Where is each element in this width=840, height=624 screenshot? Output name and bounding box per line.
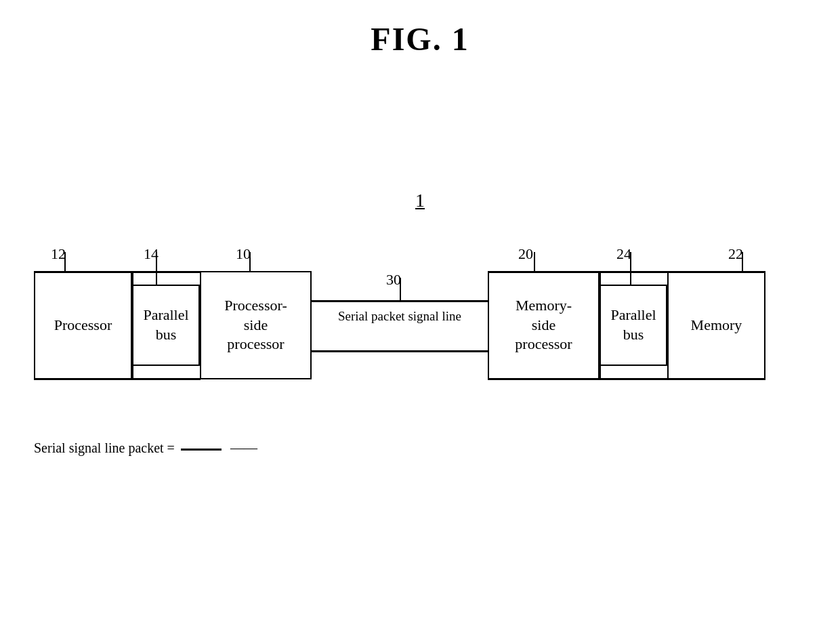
left-bottom-connector <box>131 366 133 379</box>
processor-side-block: Processor- side processor <box>200 271 312 379</box>
top-left-h-line <box>34 271 201 273</box>
ref-20: 20 <box>518 245 533 263</box>
left-top-connector <box>131 271 133 285</box>
top-right-h-line <box>488 271 765 273</box>
right-bottom-connector <box>599 366 601 379</box>
page-title: FIG. 1 <box>0 0 840 58</box>
legend-serial-label: Serial signal line packet = —— <box>34 440 257 456</box>
parallel-bus-left-block: Parallel bus <box>132 285 200 366</box>
diagram-container: 1 Processor 12 Parallel bus 14 Processor… <box>14 230 826 597</box>
ref-10: 10 <box>236 245 251 263</box>
ref-30: 30 <box>386 271 401 289</box>
ref-24: 24 <box>616 245 631 263</box>
right-top-connector <box>599 271 601 285</box>
signal-line-bottom <box>312 350 488 352</box>
processor-block: Processor <box>34 271 132 379</box>
ref-12: 12 <box>51 245 66 263</box>
signal-label: Serial packet signal line <box>312 308 488 325</box>
system-ref-label: 1 <box>415 190 425 211</box>
ref-22: 22 <box>728 245 743 263</box>
signal-line-top <box>312 300 488 302</box>
memory-side-block: Memory- side processor <box>488 271 600 379</box>
bottom-right-h-line <box>488 378 765 380</box>
parallel-bus-right-block: Parallel bus <box>600 285 667 366</box>
bottom-left-h-line <box>34 378 201 380</box>
memory-block: Memory <box>667 271 765 379</box>
